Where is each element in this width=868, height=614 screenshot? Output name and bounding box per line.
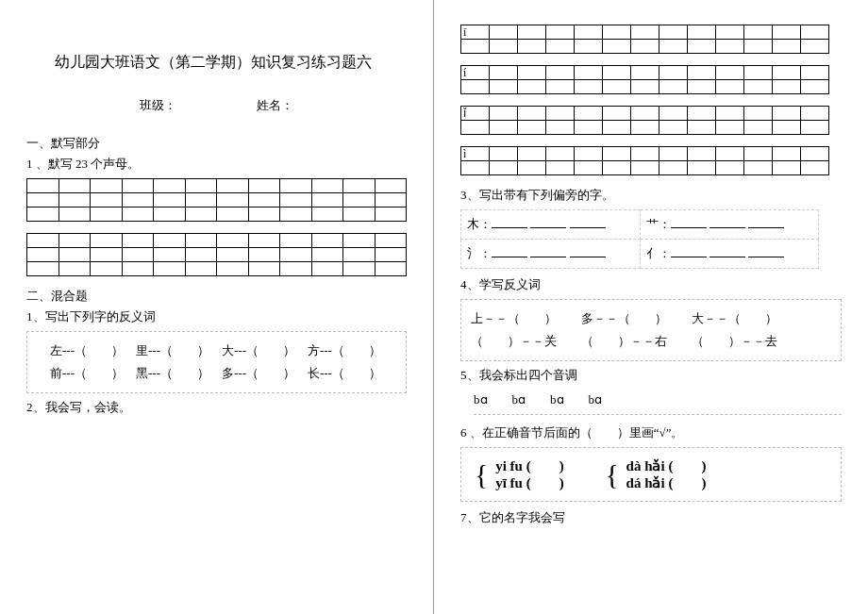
- q2-1-text: 1、写出下列字的反义词: [26, 308, 407, 325]
- q6-text: 6 、在正确音节后面的（ ）里画“√”。: [460, 424, 842, 441]
- pinyin-cell: ǐ: [461, 107, 490, 121]
- pinyin-option: yi fu ( ): [495, 457, 564, 474]
- worksheet-title: 幼儿园大班语文（第二学期）知识复习练习题六: [55, 53, 407, 73]
- radical-cell: 艹：: [640, 210, 819, 240]
- q4-text: 4、学写反义词: [460, 276, 842, 293]
- pinyin-grid-1: ī: [460, 25, 829, 54]
- writing-grid-2: [26, 233, 407, 276]
- pinyin-grid-4: ì: [460, 146, 829, 175]
- pinyin-option: dá hǎi ( ): [626, 474, 707, 491]
- pinyin-cell: ì: [461, 147, 490, 161]
- q3-text: 3、写出带有下列偏旁的字。: [460, 187, 842, 204]
- writing-grid-1: [26, 178, 407, 222]
- q5-tones: bɑ bɑ bɑ bɑ: [474, 390, 842, 415]
- antonym2-line-1: 上－－（ ） 多－－（ ） 大－－（ ）: [471, 307, 831, 330]
- pinyin-cell: ī: [461, 25, 490, 40]
- antonym-line-1: 左---（ ） 里---（ ） 大---（ ） 方---（ ）: [50, 340, 396, 362]
- antonym-line-2: 前---（ ） 黑---（ ） 多---（ ） 长---（ ）: [50, 362, 396, 385]
- radical-table: 木： 艹： 氵： 亻：: [460, 209, 819, 269]
- antonym2-line-2: （ ）－－关 （ ）－－右 （ ）－－去: [471, 330, 831, 353]
- antonym-box-1: 左---（ ） 里---（ ） 大---（ ） 方---（ ） 前---（ ） …: [26, 331, 407, 393]
- q5-text: 5、我会标出四个音调: [460, 367, 842, 384]
- pinyin-option: yī fu ( ): [495, 474, 564, 491]
- meta-row: 班级： 姓名：: [140, 97, 407, 114]
- name-label: 姓名：: [257, 97, 293, 114]
- section-2-heading: 二、混合题: [26, 288, 407, 305]
- brace-icon: {: [475, 460, 488, 489]
- q7-text: 7、它的名字我会写: [460, 509, 842, 526]
- pinyin-choice-box: { yi fu ( ) yī fu ( ) { dà hǎi ( ) dá hǎ…: [460, 447, 842, 502]
- q2-2-text: 2、我会写，会读。: [26, 399, 407, 416]
- radical-cell: 木：: [461, 210, 641, 240]
- class-label: 班级：: [140, 97, 176, 114]
- pinyin-cell: í: [461, 66, 490, 80]
- brace-icon: {: [605, 460, 618, 489]
- q1-text: 1 、默写 23 个声母。: [26, 156, 407, 173]
- section-1-heading: 一、默写部分: [26, 135, 407, 152]
- pinyin-option: dà hǎi ( ): [626, 457, 707, 474]
- radical-cell: 亻：: [640, 240, 819, 269]
- pinyin-grid-2: í: [460, 65, 829, 94]
- radical-cell: 氵：: [461, 240, 641, 269]
- pinyin-grid-3: ǐ: [460, 106, 829, 135]
- antonym-box-2: 上－－（ ） 多－－（ ） 大－－（ ） （ ）－－关 （ ）－－右 （ ）－－…: [460, 299, 842, 361]
